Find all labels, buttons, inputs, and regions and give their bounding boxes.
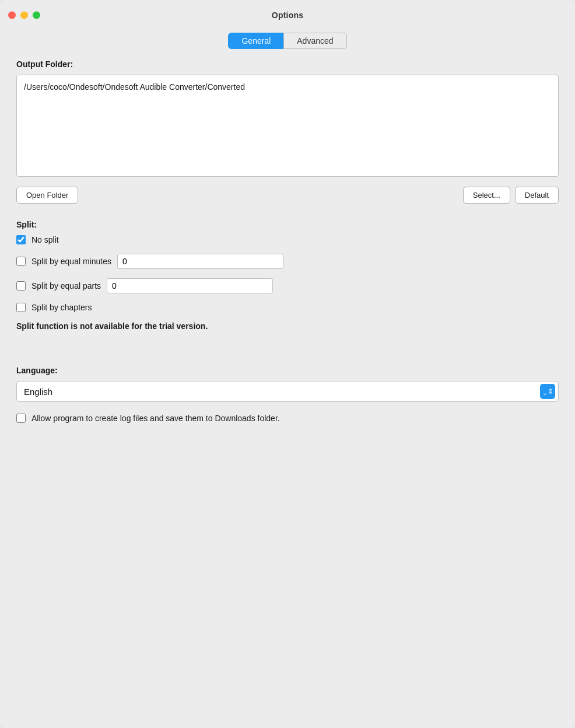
split-label: Split:	[16, 220, 559, 229]
split-row-parts: Split by equal parts	[16, 278, 559, 293]
right-buttons: Select... Default	[463, 187, 559, 204]
content-area: Output Folder: /Users/coco/Ondesoft/Onde…	[0, 60, 575, 439]
select-button[interactable]: Select...	[463, 187, 510, 204]
language-select-wrapper: English Chinese French German Japanese S…	[16, 381, 559, 402]
traffic-lights	[8, 12, 40, 19]
split-trial-note: Split function is not available for the …	[16, 321, 559, 331]
window-title: Options	[272, 10, 303, 20]
log-files-label[interactable]: Allow program to create log files and sa…	[31, 414, 280, 423]
no-split-checkbox[interactable]	[16, 235, 26, 244]
log-files-checkbox[interactable]	[16, 414, 26, 423]
output-folder-input[interactable]: /Users/coco/Ondesoft/Ondesoft Audible Co…	[16, 75, 559, 177]
no-split-label[interactable]: No split	[31, 235, 59, 244]
split-row-chapters: Split by chapters	[16, 303, 559, 312]
split-parts-input[interactable]	[107, 278, 273, 293]
tab-bar: General Advanced	[0, 33, 575, 49]
open-folder-button[interactable]: Open Folder	[16, 187, 78, 204]
tab-advanced[interactable]: Advanced	[283, 33, 346, 49]
minimize-button[interactable]	[20, 12, 28, 19]
language-section: Language: English Chinese French German …	[16, 366, 559, 402]
split-minutes-label[interactable]: Split by equal minutes	[31, 257, 111, 266]
close-button[interactable]	[8, 12, 16, 19]
log-files-row: Allow program to create log files and sa…	[16, 414, 559, 423]
language-select[interactable]: English Chinese French German Japanese S…	[16, 381, 559, 402]
default-button[interactable]: Default	[515, 187, 559, 204]
maximize-button[interactable]	[33, 12, 40, 19]
split-parts-label[interactable]: Split by equal parts	[31, 281, 101, 290]
tab-general[interactable]: General	[228, 33, 283, 49]
folder-buttons-row: Open Folder Select... Default	[16, 187, 559, 204]
titlebar: Options	[0, 0, 575, 30]
output-folder-label: Output Folder:	[16, 60, 559, 69]
split-chapters-checkbox[interactable]	[16, 303, 26, 312]
split-parts-checkbox[interactable]	[16, 281, 26, 290]
language-label: Language:	[16, 366, 559, 375]
split-chapters-label[interactable]: Split by chapters	[31, 303, 92, 312]
split-minutes-input[interactable]	[117, 254, 283, 269]
options-window: Options General Advanced Output Folder: …	[0, 0, 575, 728]
split-row-minutes: Split by equal minutes	[16, 254, 559, 269]
split-section: Split: No split Split by equal minutes S…	[16, 220, 559, 331]
split-row-no-split: No split	[16, 235, 559, 244]
split-minutes-checkbox[interactable]	[16, 257, 26, 266]
